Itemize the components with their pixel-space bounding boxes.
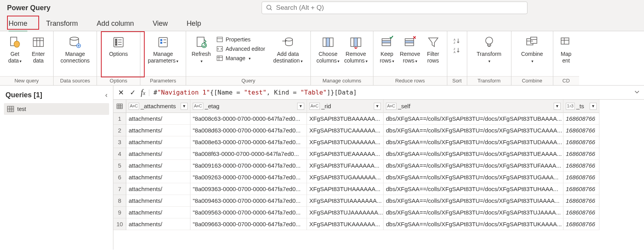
advanced-editor-button[interactable]: Advanced editor — [215, 45, 267, 53]
cell[interactable]: 168608766 — [563, 148, 599, 160]
tab-transform[interactable]: Transform — [46, 18, 78, 29]
properties-button[interactable]: Properties — [215, 35, 267, 44]
tab-help[interactable]: Help — [187, 18, 201, 29]
column-header-_self[interactable]: ABC_self▼ — [384, 100, 563, 113]
cell[interactable]: attachments/ — [126, 195, 190, 207]
search-box[interactable]: Search (Alt + Q) — [262, 2, 527, 14]
manage-button[interactable]: Manage▾ — [215, 54, 267, 63]
tab-view[interactable]: View — [152, 18, 168, 29]
cell[interactable]: attachments/ — [126, 125, 190, 136]
cell[interactable]: attachments/ — [126, 160, 190, 172]
add-data-destination-button[interactable]: Add data destination▾ — [268, 34, 307, 66]
column-header-_etag[interactable]: ABC_etag▼ — [190, 100, 307, 113]
cell[interactable]: attachments/ — [126, 218, 190, 230]
cell[interactable]: 168608766 — [563, 160, 599, 172]
cell[interactable]: XFgSAPt83TUHAAAAAA... — [307, 183, 383, 195]
options-button[interactable]: Options — [100, 34, 137, 59]
row-number[interactable]: 1 — [113, 113, 126, 125]
cell[interactable]: 168608766 — [563, 136, 599, 148]
get-data-button[interactable]: Get data▾ — [3, 34, 27, 66]
cell[interactable]: dbs/XFgSAA==/colls/XFgSAPt83TU=/docs/XFg… — [384, 125, 563, 136]
column-header-_rid[interactable]: ABC_rid▼ — [307, 100, 383, 113]
collapse-queries-button[interactable]: ‹ — [105, 91, 108, 99]
cell[interactable]: XFgSAPt83TUEAAAAAA... — [307, 148, 383, 160]
tab-home[interactable]: Home — [9, 18, 27, 29]
formula-input[interactable]: #"Navigation 1"{[Name = "test", Kind = "… — [151, 89, 357, 96]
row-number[interactable]: 9 — [113, 207, 126, 218]
cell[interactable]: "8a009663-0000-0700-0000-647fa7ed0... — [190, 218, 307, 230]
cell[interactable]: 168608766 — [563, 125, 599, 136]
row-number[interactable]: 5 — [113, 160, 126, 172]
cell[interactable]: "8a009363-0000-0700-0000-647fa7ed0... — [190, 183, 307, 195]
cell[interactable]: "8a009163-0000-0700-0000-647fa7ed0... — [190, 160, 307, 172]
cell[interactable]: attachments/ — [126, 113, 190, 125]
keep-rows-button[interactable]: Keep rows▾ — [377, 34, 398, 66]
row-number[interactable]: 8 — [113, 195, 126, 207]
formula-expand-button[interactable] — [630, 89, 644, 96]
filter-rows-button[interactable]: Filter rows — [423, 34, 444, 66]
cell[interactable]: XFgSAPt83TUJAAAAAAA... — [307, 207, 383, 218]
row-number[interactable]: 4 — [113, 148, 126, 160]
cell[interactable]: "8a008c63-0000-0700-0000-647fa7ed0... — [190, 113, 307, 125]
cell[interactable]: attachments/ — [126, 148, 190, 160]
cell[interactable]: XFgSAPt83TUFAAAAAA... — [307, 160, 383, 172]
combine-button[interactable]: Combine▾ — [515, 34, 550, 66]
sort-asc-button[interactable]: A Z — [452, 37, 462, 45]
cell[interactable]: dbs/XFgSAA==/colls/XFgSAPt83TU=/docs/XFg… — [384, 136, 563, 148]
cell[interactable]: dbs/XFgSAA==/colls/XFgSAPt83TU=/docs/XFg… — [384, 160, 563, 172]
cell[interactable]: "8a009563-0000-0700-0000-647fa7ed0... — [190, 207, 307, 218]
cell[interactable]: 168608766 — [563, 195, 599, 207]
row-number[interactable]: 10 — [113, 218, 126, 230]
cell[interactable]: dbs/XFgSAA==/colls/XFgSAPt83TU=/docs/XFg… — [384, 207, 563, 218]
transform-button[interactable]: Transform▾ — [470, 34, 508, 66]
column-filter-button[interactable]: ▼ — [297, 103, 304, 110]
cell[interactable]: 168608766 — [563, 183, 599, 195]
cell[interactable]: dbs/XFgSAA==/colls/XFgSAPt83TU=/docs/XFg… — [384, 172, 563, 183]
select-all-corner[interactable] — [113, 100, 126, 113]
cell[interactable]: dbs/XFgSAA==/colls/XFgSAPt83TU=/docs/XFg… — [384, 148, 563, 160]
refresh-button[interactable]: Refresh▾ — [189, 34, 213, 66]
cell[interactable]: 168608766 — [563, 207, 599, 218]
tab-add-column[interactable]: Add column — [97, 18, 134, 29]
cell[interactable]: XFgSAPt83TUIAAAAAAA... — [307, 195, 383, 207]
cell[interactable]: XFgSAPt83TUBAAAAAA... — [307, 113, 383, 125]
manage-connections-button[interactable]: Manage connections — [57, 34, 93, 66]
cell[interactable]: attachments/ — [126, 207, 190, 218]
cell[interactable]: 168608766 — [563, 172, 599, 183]
remove-rows-button[interactable]: Remove rows▾ — [398, 34, 423, 66]
cell[interactable]: "8a009463-0000-0700-0000-647fa7ed0... — [190, 195, 307, 207]
row-number[interactable]: 7 — [113, 183, 126, 195]
remove-columns-button[interactable]: Remove columns▾ — [342, 34, 370, 66]
cell[interactable]: "8a008e63-0000-0700-0000-647fa7ed0... — [190, 136, 307, 148]
cell[interactable]: attachments/ — [126, 172, 190, 183]
enter-data-button[interactable]: Enter data — [27, 34, 50, 66]
cell[interactable]: dbs/XFgSAA==/colls/XFgSAPt83TU=/docs/XFg… — [384, 183, 563, 195]
choose-columns-button[interactable]: Choose columns▾ — [314, 34, 342, 66]
cell[interactable]: "8a009263-0000-0700-0000-647fa7ed0... — [190, 172, 307, 183]
cell[interactable]: dbs/XFgSAA==/colls/XFgSAPt83TU=/docs/XFg… — [384, 113, 563, 125]
cell[interactable]: XFgSAPt83TUDAAAAAA... — [307, 136, 383, 148]
column-filter-button[interactable]: ▼ — [554, 103, 561, 110]
map-entity-button[interactable]: Map ent — [556, 34, 576, 66]
column-header-_ts[interactable]: 123_ts▼ — [563, 100, 599, 113]
cell[interactable]: 168608766 — [563, 113, 599, 125]
formula-cancel-button[interactable]: ✕ — [115, 87, 127, 98]
column-header-_attachments[interactable]: ABC_attachments▼ — [126, 100, 190, 113]
formula-confirm-button[interactable]: ✓ — [127, 87, 138, 98]
cell[interactable]: "8a008f63-0000-0700-0000-647fa7ed0... — [190, 148, 307, 160]
cell[interactable]: attachments/ — [126, 136, 190, 148]
column-filter-button[interactable]: ▼ — [374, 103, 381, 110]
cell[interactable]: attachments/ — [126, 183, 190, 195]
cell[interactable]: XFgSAPt83TUGAAAAAA... — [307, 172, 383, 183]
cell[interactable]: XFgSAPt83TUKAAAAAA... — [307, 218, 383, 230]
cell[interactable]: XFgSAPt83TUCAAAAAA... — [307, 125, 383, 136]
row-number[interactable]: 3 — [113, 136, 126, 148]
column-filter-button[interactable]: ▼ — [590, 103, 597, 110]
sort-desc-button[interactable]: Z A — [452, 46, 462, 55]
cell[interactable]: dbs/XFgSAA==/colls/XFgSAPt83TU=/docs/XFg… — [384, 218, 563, 230]
cell[interactable]: 168608766 — [563, 218, 599, 230]
cell[interactable]: dbs/XFgSAA==/colls/XFgSAPt83TU=/docs/XFg… — [384, 195, 563, 207]
manage-parameters-button[interactable]: Manage parameters▾ — [144, 34, 183, 66]
query-item-test[interactable]: test — [4, 103, 109, 115]
row-number[interactable]: 6 — [113, 172, 126, 183]
